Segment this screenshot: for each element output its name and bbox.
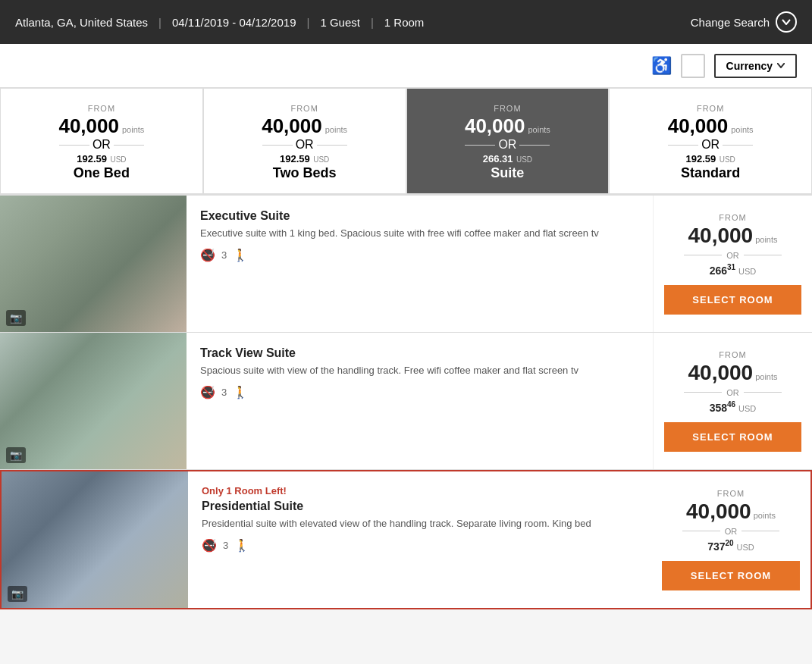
pricing-from-presidential: FROM xyxy=(717,489,745,498)
tab-one-bed-points-row: 40,000 points xyxy=(8,114,195,138)
site-header: Atlanta, GA, United States | 04/11/2019 … xyxy=(0,0,812,44)
pricing-points-row-executive: 40,000 points xyxy=(688,224,778,248)
room-amenities-executive-suite: 🚭 3 🚶 xyxy=(200,248,639,262)
pricing-points-row-presidential: 40,000 points xyxy=(686,500,776,524)
tab-one-bed-points: 40,000 xyxy=(58,114,119,138)
room-pricing-track-view-suite: FROM 40,000 points OR 35846 USD SELECT R… xyxy=(653,333,812,469)
room-list: 📷 Executive Suite Executive suite with 1… xyxy=(0,196,812,609)
select-room-button-track[interactable]: SELECT ROOM xyxy=(664,422,801,452)
pricing-from-executive: FROM xyxy=(719,213,746,222)
pricing-usd-label-executive: USD xyxy=(738,266,756,275)
room-details-track-view-suite: Track View Suite Spacious suite with vie… xyxy=(187,333,653,469)
pricing-or-line-right-track xyxy=(744,392,782,393)
camera-icon-track: 📷 xyxy=(6,447,26,463)
currency-label: Currency xyxy=(726,60,773,72)
pricing-from-track: FROM xyxy=(719,350,746,359)
room-image-presidential-suite[interactable]: 📷 xyxy=(2,471,188,608)
room-desc-executive-suite: Executive suite with 1 king bed. Spaciou… xyxy=(200,227,639,240)
pricing-points-executive: 40,000 xyxy=(688,224,754,248)
header-location: Atlanta, GA, United States xyxy=(15,16,148,29)
tab-two-beds-usd-row: 192.59 USD xyxy=(212,152,398,165)
tab-one-bed-label: One Bed xyxy=(8,165,195,181)
room-card-executive-suite: 📷 Executive Suite Executive suite with 1… xyxy=(0,196,812,333)
pricing-or-line-right-presidential xyxy=(741,531,779,531)
select-room-button-executive[interactable]: SELECT ROOM xyxy=(664,285,801,315)
tab-standard-usd: 192.59 xyxy=(685,153,716,164)
tab-suite-usd-row: 266.31 USD xyxy=(415,152,601,165)
pricing-points-track: 40,000 xyxy=(688,361,754,385)
pricing-or-line-left xyxy=(684,255,722,255)
tab-two-beds-usd: 192.59 xyxy=(280,153,310,164)
guest-icon: 🚶 xyxy=(233,248,248,262)
select-room-button-presidential[interactable]: SELECT ROOM xyxy=(662,561,800,590)
tab-suite-usd-label: USD xyxy=(516,155,532,164)
currency-chevron-icon xyxy=(777,63,785,68)
pricing-or-executive: OR xyxy=(664,251,801,260)
tab-suite-from: FROM xyxy=(415,104,601,113)
accessibility-icon: ♿ xyxy=(651,56,672,76)
room-image-inner: 📷 xyxy=(0,196,187,332)
room-pricing-presidential-suite: FROM 40,000 points OR 73720 USD SELECT R… xyxy=(651,471,810,608)
tab-standard-points-label: points xyxy=(731,125,753,134)
guest-count-presidential: 3 xyxy=(223,540,228,551)
room-type-tabs: FROM 40,000 points OR 192.59 USD One Bed… xyxy=(0,88,812,196)
room-image-executive-suite[interactable]: 📷 xyxy=(0,196,187,332)
room-amenities-track-view-suite: 🚭 3 🚶 xyxy=(200,385,639,399)
pricing-or-text-track: OR xyxy=(726,388,739,397)
tab-suite-points: 40,000 xyxy=(465,114,525,138)
tab-two-beds-from: FROM xyxy=(212,104,398,113)
room-pricing-executive-suite: FROM 40,000 points OR 26631 USD SELECT R… xyxy=(653,196,812,332)
tab-two-beds-label: Two Beds xyxy=(212,165,398,181)
tab-two-beds-usd-label: USD xyxy=(313,155,329,164)
tab-one-bed-usd: 192.59 xyxy=(77,153,107,164)
only-left-label: Only 1 Room Left! xyxy=(202,485,638,496)
tab-standard[interactable]: FROM 40,000 points OR 192.59 USD Standar… xyxy=(609,88,812,194)
header-sep-1: | xyxy=(158,16,161,29)
tab-two-beds[interactable]: FROM 40,000 points OR 192.59 USD Two Bed… xyxy=(203,88,406,194)
tab-standard-from: FROM xyxy=(617,104,804,113)
tab-suite-usd: 266.31 xyxy=(483,153,513,164)
header-rooms: 1 Room xyxy=(384,16,425,29)
pricing-or-line-left-presidential xyxy=(682,531,720,531)
square-selector[interactable] xyxy=(681,54,705,78)
tab-one-bed[interactable]: FROM 40,000 points OR 192.59 USD One Bed xyxy=(0,88,203,194)
no-smoking-icon-track: 🚭 xyxy=(200,385,215,399)
currency-button[interactable]: Currency xyxy=(714,54,797,78)
room-card-track-view-suite: 📷 Track View Suite Spacious suite with v… xyxy=(0,333,812,470)
header-guests: 1 Guest xyxy=(320,16,360,29)
pricing-or-line-left-track xyxy=(684,392,722,393)
tab-suite[interactable]: FROM 40,000 points OR 266.31 USD Suite xyxy=(406,88,610,194)
no-smoking-icon-presidential: 🚭 xyxy=(202,538,217,553)
room-name-executive-suite: Executive Suite xyxy=(200,209,639,223)
chevron-down-icon xyxy=(776,11,797,33)
room-card-presidential-suite: 📷 Only 1 Room Left! Presidential Suite P… xyxy=(0,470,812,609)
tab-standard-label: Standard xyxy=(617,165,804,181)
change-search-label: Change Search xyxy=(691,16,770,29)
tab-two-beds-or: OR xyxy=(212,138,398,152)
camera-icon: 📷 xyxy=(6,310,26,326)
room-details-executive-suite: Executive Suite Executive suite with 1 k… xyxy=(187,196,653,332)
tab-one-bed-or: OR xyxy=(8,138,195,152)
guest-count: 3 xyxy=(221,249,227,261)
pricing-usd-executive: 26631 USD xyxy=(710,263,757,277)
tab-standard-or: OR xyxy=(617,138,804,152)
pricing-usd-presidential: 73720 USD xyxy=(707,539,754,553)
room-image-track-view-suite[interactable]: 📷 xyxy=(0,333,187,469)
guest-icon-presidential: 🚶 xyxy=(234,538,249,553)
pricing-points-presidential: 40,000 xyxy=(686,500,751,524)
tab-one-bed-usd-row: 192.59 USD xyxy=(8,152,195,165)
tab-standard-points: 40,000 xyxy=(668,114,729,138)
tab-standard-usd-row: 192.59 USD xyxy=(617,152,804,165)
room-name-track-view-suite: Track View Suite xyxy=(200,346,639,360)
tab-one-bed-from: FROM xyxy=(8,104,195,113)
room-details-presidential-suite: Only 1 Room Left! Presidential Suite Pre… xyxy=(188,471,651,608)
change-search-button[interactable]: Change Search xyxy=(691,11,797,33)
pricing-points-label-track: points xyxy=(755,372,777,381)
pricing-points-label-executive: points xyxy=(755,235,777,244)
tab-two-beds-points: 40,000 xyxy=(262,114,322,138)
tab-one-bed-usd-label: USD xyxy=(110,155,126,164)
pricing-or-presidential: OR xyxy=(662,527,800,536)
pricing-usd-track: 35846 USD xyxy=(710,400,757,414)
room-amenities-presidential-suite: 🚭 3 🚶 xyxy=(202,538,638,553)
header-sep-3: | xyxy=(371,16,374,29)
